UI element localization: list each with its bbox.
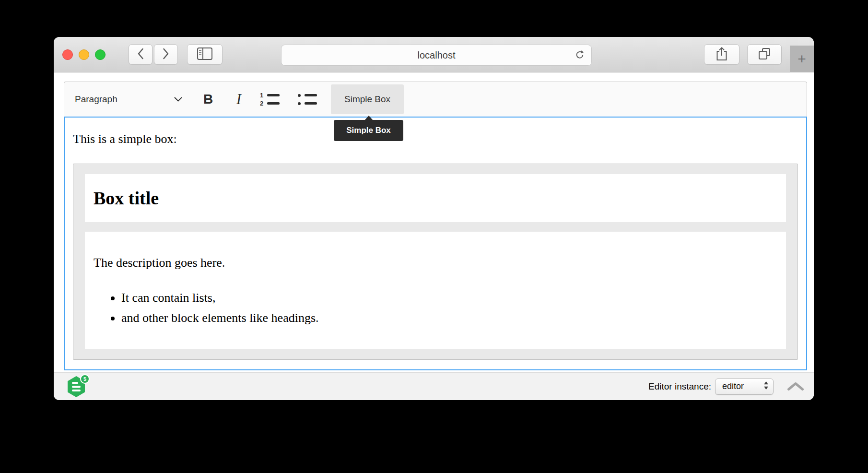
share-icon	[716, 47, 728, 63]
show-tabs-button[interactable]	[747, 44, 782, 65]
editor-instance-controls: Editor instance: editor	[648, 378, 804, 395]
url-text[interactable]: localhost	[418, 50, 456, 61]
simple-box-description-section[interactable]: The description goes here. It can contai…	[85, 232, 786, 349]
sidebar-toggle-button[interactable]	[187, 44, 223, 65]
up-down-arrows-icon	[763, 381, 769, 392]
bulleted-list-icon	[297, 93, 317, 106]
intro-paragraph[interactable]: This is a simple box:	[65, 132, 806, 146]
simple-box-description[interactable]: The description goes here.	[94, 256, 777, 270]
forward-button[interactable]	[154, 44, 178, 65]
minimize-window-button[interactable]	[79, 49, 89, 60]
new-tab-button[interactable]: +	[790, 46, 814, 72]
numbered-list-button[interactable]: 1 2	[258, 84, 281, 114]
chevron-left-icon	[137, 48, 144, 61]
bold-button[interactable]: B	[197, 84, 220, 114]
simple-box-title-section[interactable]: Box title	[85, 174, 786, 222]
editor-instance-selected-value: editor	[722, 381, 744, 391]
zoom-window-button[interactable]	[95, 49, 106, 60]
editor-toolbar: Paragraph B I 1 2	[64, 82, 807, 117]
editor-instance-select[interactable]: editor	[715, 378, 774, 395]
heading-dropdown-value: Paragraph	[75, 94, 117, 105]
ckeditor-inspector-bar: 5 Editor instance: editor	[54, 372, 814, 400]
window-controls	[62, 49, 106, 60]
reload-icon[interactable]	[574, 49, 586, 61]
tabs-overview-icon	[758, 47, 771, 62]
editor-editable-area[interactable]: This is a simple box: Box title The desc…	[64, 117, 807, 370]
back-button[interactable]	[129, 44, 152, 65]
italic-button[interactable]: I	[227, 84, 250, 114]
plus-icon: +	[798, 52, 806, 66]
simple-box-tooltip: Simple Box	[334, 120, 403, 141]
simple-box-button[interactable]: Simple Box	[331, 84, 404, 114]
simple-box-widget[interactable]: Box title The description goes here. It …	[73, 164, 798, 360]
ckeditor-hexagon-icon	[66, 391, 86, 399]
browser-titlebar: localhost	[54, 37, 814, 72]
share-button[interactable]	[704, 44, 739, 65]
numbered-list-icon: 1 2	[259, 93, 280, 106]
inspector-collapse-button[interactable]	[787, 382, 804, 391]
chevron-down-icon	[174, 95, 182, 104]
simple-box-list[interactable]: It can contain lists, and other block el…	[94, 289, 777, 327]
list-item[interactable]: and other block elements like headings.	[121, 309, 777, 327]
chevron-right-icon	[163, 48, 169, 61]
inspector-badge-count: 5	[83, 376, 86, 382]
bold-icon: B	[203, 92, 213, 107]
editor-instance-label: Editor instance:	[648, 381, 711, 392]
bulleted-list-button[interactable]	[295, 84, 318, 114]
italic-icon: I	[236, 91, 241, 108]
browser-window: localhost	[54, 37, 814, 400]
inspector-badge: 5	[80, 374, 90, 384]
chevron-up-icon	[787, 384, 804, 392]
address-bar[interactable]: localhost	[281, 45, 592, 66]
close-window-button[interactable]	[62, 49, 73, 60]
ckeditor-logo[interactable]: 5	[66, 376, 89, 398]
sidebar-icon	[197, 47, 212, 62]
simple-box-button-label: Simple Box	[344, 94, 390, 105]
list-item[interactable]: It can contain lists,	[121, 289, 777, 307]
tooltip-text: Simple Box	[346, 126, 391, 135]
screenshot-backdrop: { "browser": { "url_text": "localhost", …	[0, 0, 868, 473]
simple-box-title[interactable]: Box title	[94, 188, 159, 209]
page-viewport: Paragraph B I 1 2	[54, 72, 814, 400]
heading-dropdown[interactable]: Paragraph	[69, 84, 189, 114]
